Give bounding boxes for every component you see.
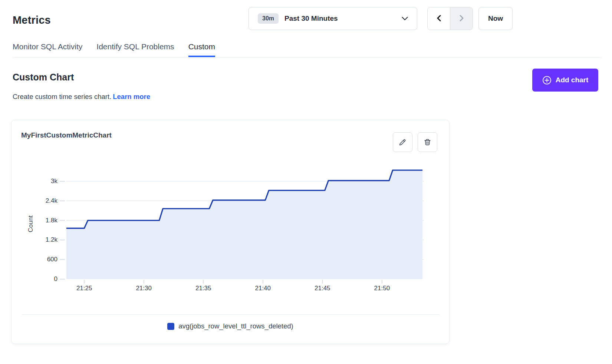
section-description: Create custom time series chart.Learn mo… — [13, 93, 150, 101]
time-nav-group — [427, 7, 473, 30]
prev-time-button[interactable] — [428, 7, 450, 30]
y-tick-label: 2.4k — [26, 196, 57, 205]
tab-monitor-sql-activity[interactable]: Monitor SQL Activity — [13, 42, 82, 57]
tab-identify-sql-problems[interactable]: Identify SQL Problems — [96, 42, 174, 57]
y-tick-label: 1.2k — [26, 235, 57, 244]
page-title: Metrics — [13, 14, 51, 26]
add-chart-label: Add chart — [556, 76, 589, 84]
y-tick-label: 600 — [26, 255, 57, 264]
chart-plot[interactable] — [59, 149, 430, 287]
chart-card: MyFirstCustomMetricChart Count 06001.2 — [11, 120, 450, 344]
now-button[interactable]: Now — [478, 7, 513, 30]
chart-legend: avg(jobs_row_level_ttl_rows_deleted) — [11, 322, 449, 330]
chevron-left-icon — [436, 14, 442, 23]
time-range-label: Past 30 Minutes — [284, 14, 338, 23]
pencil-icon — [398, 138, 407, 146]
next-time-button[interactable] — [450, 7, 473, 30]
section-description-text: Create custom time series chart. — [13, 93, 111, 100]
time-range-selector[interactable]: 30m Past 30 Minutes — [249, 7, 417, 30]
section-heading: Custom Chart — [13, 72, 74, 83]
tab-custom[interactable]: Custom — [188, 42, 215, 57]
time-range-badge: 30m — [258, 13, 279, 24]
y-tick-label: 1.8k — [26, 216, 57, 225]
legend-swatch — [167, 323, 174, 330]
add-chart-button[interactable]: Add chart — [532, 69, 598, 92]
metrics-tabs: Monitor SQL Activity Identify SQL Proble… — [13, 42, 602, 57]
y-tick-label: 0 — [26, 275, 57, 284]
learn-more-link[interactable]: Learn more — [113, 93, 150, 100]
legend-divider — [22, 314, 440, 315]
chevron-down-icon — [402, 17, 408, 21]
chevron-right-icon — [459, 14, 464, 23]
chart-title: MyFirstCustomMetricChart — [21, 131, 112, 139]
plus-circle-icon — [542, 76, 552, 85]
legend-label: avg(jobs_row_level_ttl_rows_deleted) — [178, 322, 293, 330]
y-tick-label: 3k — [26, 177, 57, 186]
trash-icon — [423, 138, 432, 146]
